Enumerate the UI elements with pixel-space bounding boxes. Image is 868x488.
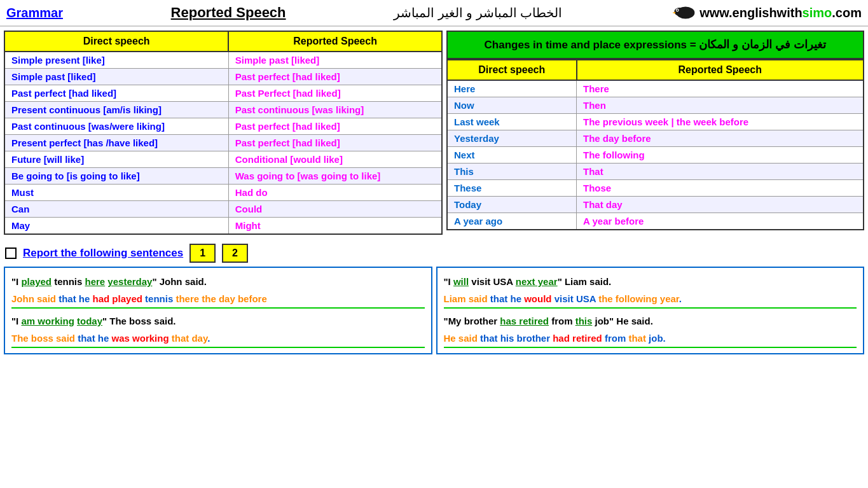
table-row: Can Could xyxy=(4,201,442,218)
table-row: Present continuous [am/is liking] Past c… xyxy=(4,102,442,118)
reported-cell: Conditional [would like] xyxy=(228,151,442,168)
svg-marker-4 xyxy=(672,11,675,13)
page-header: Grammar Reported Speech الخطاب المباشر و… xyxy=(0,0,868,27)
col-direct-header: Direct speech xyxy=(4,31,228,52)
grammar-label: Grammar xyxy=(6,6,63,20)
table-row: Simple present [like] Simple past [liked… xyxy=(4,52,442,69)
grammar-table-body: Simple present [like] Simple past [liked… xyxy=(4,52,442,234)
table-row: Yesterday The day before xyxy=(447,130,864,147)
reported-cell: Past perfect [had liked] xyxy=(228,135,442,151)
time-reported-cell: The following xyxy=(577,147,864,164)
time-direct-cell: Last week xyxy=(447,114,577,130)
sentences-container: "I played tennis here yesterday" John sa… xyxy=(0,267,868,358)
changes-english: Changes in time and place expressions = xyxy=(485,39,696,51)
time-direct-cell: Here xyxy=(447,80,577,97)
time-direct-cell: Next xyxy=(447,147,577,164)
table-row: Here There xyxy=(447,80,864,97)
direct-cell: Present continuous [am/is liking] xyxy=(4,102,228,118)
table-row: May Might xyxy=(4,218,442,235)
exercise-title: Report the following sentences xyxy=(23,247,183,260)
reported-cell: Was going to [was going to like] xyxy=(228,168,442,185)
reported-cell: Simple past [liked] xyxy=(228,52,442,69)
page2-button[interactable]: 2 xyxy=(222,244,248,263)
col-reported-header: Reported Speech xyxy=(228,31,442,52)
direct-cell: May xyxy=(4,218,228,235)
table-row: Simple past [liked] Past perfect [had li… xyxy=(4,69,442,85)
direct-cell: Be going to [is going to like] xyxy=(4,168,228,185)
table-row: Must Had do xyxy=(4,185,442,201)
table-row: Next The following xyxy=(447,147,864,164)
reported-cell: Past continuous [was liking] xyxy=(228,102,442,118)
reported-cell: Might xyxy=(228,218,442,235)
table-row: Past continuous [was/were liking] Past p… xyxy=(4,118,442,135)
table-row: These Those xyxy=(447,180,864,197)
page1-button[interactable]: 1 xyxy=(189,244,216,263)
reported-cell: Had do xyxy=(228,185,442,201)
grammar-table: Direct speech Reported Speech Simple pre… xyxy=(4,31,443,235)
sentence-1-answer: John said that he had played tennis ther… xyxy=(11,290,425,309)
table-row: Today That day xyxy=(447,197,864,213)
arabic-title: الخطاب المباشر و الغير المباشر xyxy=(394,5,562,20)
time-direct-cell: Today xyxy=(447,197,577,213)
time-direct-cell: This xyxy=(447,164,577,180)
reported-cell: Past Perfect [had liked] xyxy=(228,85,442,102)
sentence-1-original: "I played tennis here yesterday" John sa… xyxy=(11,273,425,290)
table-row: Past perfect [had liked] Past Perfect [h… xyxy=(4,85,442,102)
sentence-2-original: "I am working today" The boss said. xyxy=(11,312,425,330)
sentence-3-answer: Liam said that he would visit USA the fo… xyxy=(444,290,857,309)
table-row: Now Then xyxy=(447,97,864,114)
page-title: Reported Speech xyxy=(171,4,286,21)
exercise-section: Report the following sentences 1 2 xyxy=(0,241,868,265)
sentence-4-answer: He said that his brother had retired fro… xyxy=(444,330,857,348)
direct-cell: Simple past [liked] xyxy=(4,69,228,85)
direct-cell: Past continuous [was/were liking] xyxy=(4,118,228,135)
direct-cell: Must xyxy=(4,185,228,201)
time-direct-cell: A year ago xyxy=(447,213,577,230)
time-col-reported: Reported Speech xyxy=(577,60,864,80)
table-row: A year ago A year before xyxy=(447,213,864,230)
time-reported-cell: The previous week | the week before xyxy=(577,114,864,130)
changes-arabic: تغيرات في الزمان و المكان xyxy=(699,38,826,51)
direct-cell: Present perfect [has /have liked] xyxy=(4,135,228,151)
time-reported-cell: That day xyxy=(577,197,864,213)
time-reported-cell: The day before xyxy=(577,130,864,147)
table-row: Be going to [is going to like] Was going… xyxy=(4,168,442,185)
table-row: This That xyxy=(447,164,864,180)
time-reported-cell: That xyxy=(577,164,864,180)
exercise-checkbox[interactable] xyxy=(5,247,17,259)
reported-cell: Past perfect [had liked] xyxy=(228,69,442,85)
changes-header: Changes in time and place expressions = … xyxy=(446,31,864,59)
right-section: Changes in time and place expressions = … xyxy=(446,31,864,235)
table-row: Future [will like] Conditional [would li… xyxy=(4,151,442,168)
website-label: www.englishwithsimo.com xyxy=(699,6,862,20)
sentence-2-answer: The boss said that he was working that d… xyxy=(11,330,425,348)
sentence-4-original: "My brother has retired from this job" H… xyxy=(444,312,857,330)
main-content: Direct speech Reported Speech Simple pre… xyxy=(0,27,868,239)
svg-point-3 xyxy=(677,10,678,11)
time-table-body: Here There Now Then Last week The previo… xyxy=(447,80,864,230)
left-sentence-box: "I played tennis here yesterday" John sa… xyxy=(4,267,432,354)
direct-cell: Past perfect [had liked] xyxy=(4,85,228,102)
time-direct-cell: These xyxy=(447,180,577,197)
direct-cell: Can xyxy=(4,201,228,218)
direct-cell: Future [will like] xyxy=(4,151,228,168)
right-sentence-box: "I will visit USA next year" Liam said. … xyxy=(436,267,865,354)
time-reported-cell: There xyxy=(577,80,864,97)
time-col-direct: Direct speech xyxy=(447,60,577,80)
time-direct-cell: Now xyxy=(447,97,577,114)
time-place-table: Direct speech Reported Speech Here There… xyxy=(446,59,864,230)
table-row: Present perfect [has /have liked] Past p… xyxy=(4,135,442,151)
sentence-3-original: "I will visit USA next year" Liam said. xyxy=(444,273,857,290)
direct-cell: Simple present [like] xyxy=(4,52,228,69)
table-row: Last week The previous week | the week b… xyxy=(447,114,864,130)
bird-icon xyxy=(670,3,696,23)
left-section: Direct speech Reported Speech Simple pre… xyxy=(4,31,443,235)
reported-cell: Could xyxy=(228,201,442,218)
logo-area: www.englishwithsimo.com xyxy=(670,3,862,23)
time-direct-cell: Yesterday xyxy=(447,130,577,147)
svg-point-1 xyxy=(675,8,685,16)
time-reported-cell: Those xyxy=(577,180,864,197)
time-reported-cell: Then xyxy=(577,97,864,114)
time-reported-cell: A year before xyxy=(577,213,864,230)
reported-cell: Past perfect [had liked] xyxy=(228,118,442,135)
